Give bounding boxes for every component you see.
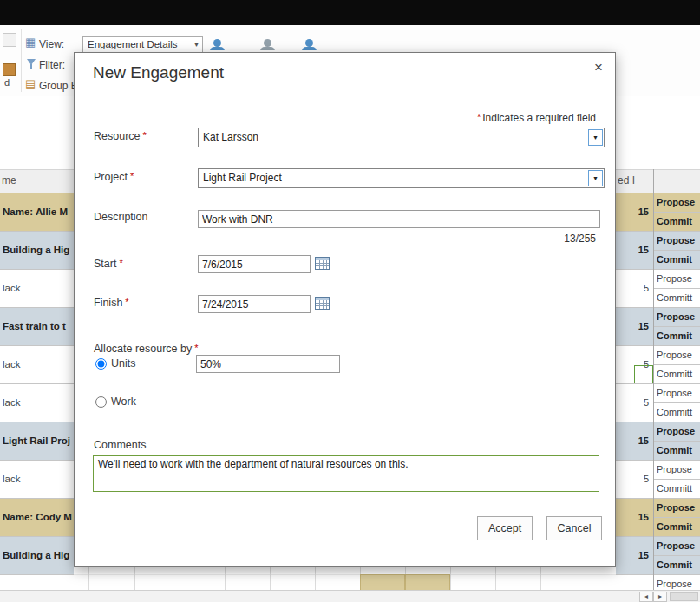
suite-bar xyxy=(0,0,700,25)
selected-grid-cell[interactable] xyxy=(634,365,653,383)
committed-cell[interactable]: Commit xyxy=(654,327,700,345)
group-by-icon: ▤ xyxy=(25,78,36,89)
proposed-cell[interactable]: Propose xyxy=(654,499,700,518)
chevron-down-icon[interactable]: ▼ xyxy=(588,170,603,186)
committed-cell[interactable]: Commit xyxy=(654,213,700,231)
project-select-value: Light Rail Project xyxy=(203,172,282,184)
project-label: Project* xyxy=(94,171,135,183)
resource-label: Resource* xyxy=(94,130,148,142)
ribbon-side-letter: d xyxy=(4,77,10,88)
ribbon-group-icon xyxy=(3,63,16,76)
view-icon: ▦ xyxy=(25,36,36,48)
project-select[interactable]: Light Rail Project ▼ xyxy=(198,168,605,188)
date-cell[interactable]: 15 xyxy=(638,537,649,574)
proposed-cell[interactable]: Propose xyxy=(654,422,700,442)
proposed-cell[interactable]: Propose xyxy=(654,461,700,480)
resource-select-value: Kat Larsson xyxy=(203,131,258,143)
dialog-title: New Engagement xyxy=(93,63,224,82)
toolbar-person-icon[interactable] xyxy=(206,38,227,50)
proposed-cell[interactable]: Propose xyxy=(654,270,700,289)
name-column-header[interactable]: me xyxy=(2,170,16,192)
comments-textarea[interactable]: We'll need to work with the department o… xyxy=(93,455,599,492)
units-radio[interactable] xyxy=(95,358,107,370)
toolbar-person-icon[interactable] xyxy=(298,38,319,50)
proposed-column-header[interactable]: ed I xyxy=(618,170,635,192)
proposed-cell[interactable]: Propose xyxy=(654,537,700,556)
units-input[interactable] xyxy=(196,355,340,373)
ribbon-separator xyxy=(21,29,22,92)
committed-cell[interactable]: Commit xyxy=(654,556,700,574)
committed-cell[interactable]: Committ xyxy=(654,289,700,307)
required-field-note: *Indicates a required field xyxy=(474,112,596,124)
view-dropdown-value: Engagement Details xyxy=(88,39,178,49)
committed-cell[interactable]: Committ xyxy=(654,403,700,422)
horizontal-scrollbar[interactable]: ◂ ▸ xyxy=(0,590,700,602)
comments-label: Comments xyxy=(94,439,146,451)
view-dropdown[interactable]: Engagement Details ▼ xyxy=(82,36,203,53)
committed-cell[interactable]: Commit xyxy=(654,442,700,460)
document-icon xyxy=(3,33,16,47)
units-radio-label: Units xyxy=(111,357,135,370)
date-cell[interactable]: 15 xyxy=(638,193,649,231)
required-asterisk: * xyxy=(477,112,481,122)
proposed-cell[interactable]: Propose xyxy=(654,384,700,403)
date-cell[interactable]: 5 xyxy=(644,270,649,307)
date-cell[interactable]: 5 xyxy=(644,384,649,422)
committed-cell[interactable]: Commit xyxy=(654,251,700,269)
resource-select[interactable]: Kat Larsson ▼ xyxy=(198,128,605,147)
pane-divider xyxy=(653,169,654,590)
committed-cell[interactable]: Committ xyxy=(654,480,700,498)
finish-date-input[interactable] xyxy=(198,295,311,313)
close-icon[interactable]: × xyxy=(591,57,606,78)
proposed-cell[interactable]: Propose xyxy=(654,308,700,327)
committed-cell[interactable]: Commit xyxy=(654,518,700,536)
date-cell[interactable]: 15 xyxy=(638,232,649,269)
chevron-down-icon: ▼ xyxy=(193,37,200,52)
required-note-text: Indicates a required field xyxy=(482,112,596,124)
date-cell[interactable]: 5 xyxy=(644,461,649,498)
allocate-by-label: Allocate resource by* xyxy=(94,343,200,355)
start-date-input[interactable] xyxy=(198,255,311,273)
finish-label: Finish* xyxy=(94,297,131,309)
scrollbar-thumb[interactable] xyxy=(670,592,698,601)
filter-icon xyxy=(27,59,36,65)
new-engagement-dialog: New Engagement × *Indicates a required f… xyxy=(74,52,616,567)
date-cell[interactable]: 15 xyxy=(638,422,649,460)
proposed-cell[interactable]: Propose xyxy=(654,232,700,251)
committed-cell[interactable]: Committ xyxy=(654,365,700,383)
filter-label: Filter: xyxy=(39,59,65,71)
work-radio-label: Work xyxy=(111,396,136,408)
character-counter: 13/255 xyxy=(564,232,596,245)
work-radio[interactable] xyxy=(95,396,107,408)
toolbar-person-icon[interactable] xyxy=(257,38,278,50)
view-label: View: xyxy=(39,38,64,50)
date-cell[interactable]: 15 xyxy=(638,308,649,345)
cancel-button[interactable]: Cancel xyxy=(546,516,602,540)
chevron-down-icon[interactable]: ▼ xyxy=(588,129,603,146)
proposed-cell[interactable]: Propose xyxy=(654,193,700,213)
date-cell[interactable]: 15 xyxy=(638,499,649,536)
proposed-cell[interactable]: Propose xyxy=(654,346,700,365)
scroll-left-icon[interactable]: ◂ xyxy=(639,592,653,602)
calendar-icon[interactable] xyxy=(315,256,330,271)
calendar-icon[interactable] xyxy=(315,296,330,311)
start-label: Start* xyxy=(94,258,125,270)
description-input[interactable] xyxy=(198,210,600,228)
accept-button[interactable]: Accept xyxy=(477,516,533,540)
description-label: Description xyxy=(94,211,148,223)
scroll-right-icon[interactable]: ▸ xyxy=(653,592,667,602)
app-window: d ▦ View: Engagement Details ▼ Filter: ▤… xyxy=(0,0,700,602)
